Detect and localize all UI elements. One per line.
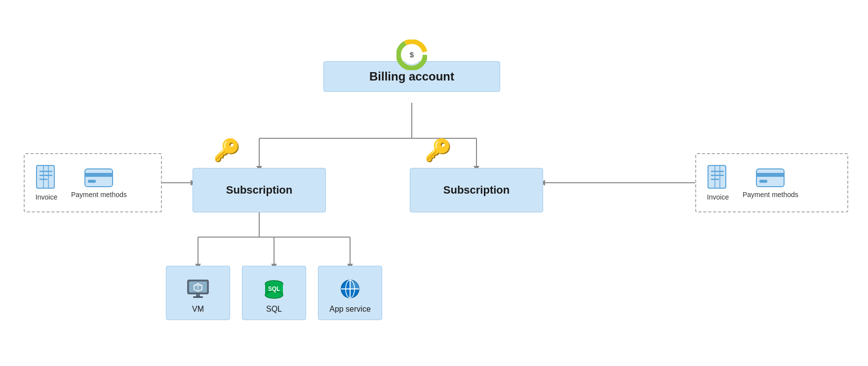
subscription-left-box: Subscription bbox=[193, 168, 326, 212]
svg-rect-31 bbox=[708, 165, 726, 188]
billing-account-node: $ Billing account bbox=[323, 40, 500, 92]
svg-text:SQL: SQL bbox=[268, 285, 280, 292]
svg-rect-45 bbox=[196, 294, 200, 296]
sql-label: SQL bbox=[266, 305, 282, 314]
sql-icon: SQL bbox=[262, 279, 286, 302]
app-resource-box: App service bbox=[318, 266, 382, 320]
left-sidebar-box: Invoice Payment methods bbox=[24, 153, 162, 212]
svg-rect-22 bbox=[37, 165, 54, 188]
svg-text:$: $ bbox=[410, 50, 414, 59]
sql-resource-box: SQL SQL bbox=[242, 266, 306, 320]
vm-label: VM bbox=[192, 305, 204, 314]
app-service-label: App service bbox=[329, 305, 371, 314]
app-service-icon bbox=[338, 279, 362, 302]
left-payment-label: Payment methods bbox=[71, 191, 127, 199]
subscription-right-box: Subscription bbox=[410, 168, 543, 212]
svg-rect-37 bbox=[756, 169, 784, 187]
left-payment-item: Payment methods bbox=[71, 167, 127, 199]
vm-icon bbox=[186, 279, 210, 302]
svg-rect-39 bbox=[759, 180, 767, 183]
svg-rect-29 bbox=[85, 173, 113, 177]
svg-rect-38 bbox=[756, 173, 784, 177]
payment-left-icon bbox=[84, 167, 114, 188]
right-invoice-item: Invoice bbox=[705, 164, 731, 201]
left-invoice-label: Invoice bbox=[36, 193, 57, 201]
vm-resource-box: VM bbox=[166, 266, 230, 320]
svg-rect-46 bbox=[193, 296, 203, 298]
billing-icon: $ bbox=[396, 40, 427, 72]
diagram-container: $ Billing account 🔑 🔑 Subscription Subsc… bbox=[0, 0, 868, 366]
invoice-left-icon bbox=[34, 164, 59, 190]
right-payment-item: Payment methods bbox=[743, 167, 798, 199]
subscription-right-label: Subscription bbox=[443, 184, 510, 197]
right-invoice-label: Invoice bbox=[707, 193, 729, 201]
svg-point-50 bbox=[265, 291, 283, 298]
right-payment-label: Payment methods bbox=[743, 191, 798, 199]
right-sidebar-box: Invoice Payment methods bbox=[695, 153, 848, 212]
invoice-right-icon bbox=[705, 164, 731, 190]
payment-right-icon bbox=[755, 167, 785, 188]
svg-rect-30 bbox=[88, 180, 96, 183]
key-right-icon: 🔑 bbox=[425, 137, 452, 163]
svg-rect-28 bbox=[85, 169, 113, 187]
key-left-icon: 🔑 bbox=[213, 137, 240, 163]
subscription-left-label: Subscription bbox=[226, 184, 292, 197]
left-invoice-item: Invoice bbox=[34, 164, 59, 201]
